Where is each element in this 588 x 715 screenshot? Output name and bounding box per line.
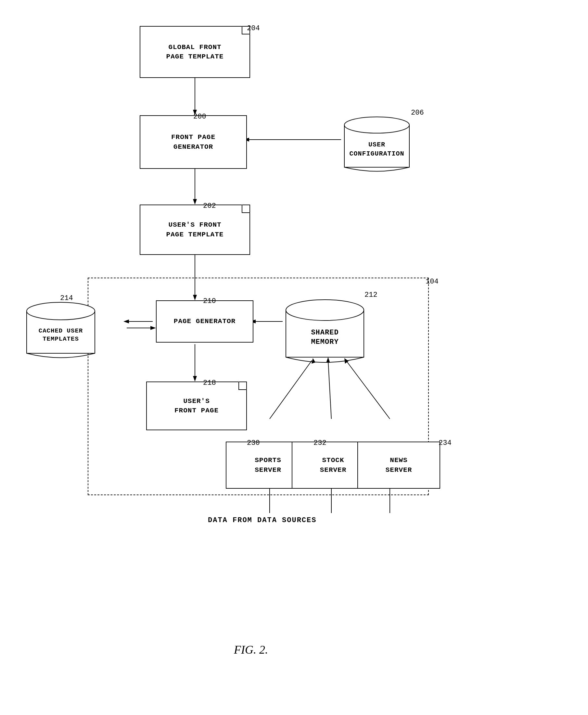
global-front-page-template-label: GLOBAL FRONTPAGE TEMPLATE bbox=[166, 43, 224, 62]
data-sources-label: DATA FROM DATA SOURCES bbox=[208, 516, 316, 524]
front-page-generator-label: FRONT PAGEGENERATOR bbox=[171, 132, 215, 152]
users-front-page-template-box: USER'S FRONTPAGE TEMPLATE bbox=[140, 204, 250, 255]
user-configuration-label: USERCONFIGURATION bbox=[349, 134, 404, 158]
user-configuration-cylinder: USERCONFIGURATION bbox=[341, 110, 413, 172]
news-server-box: NEWSSERVER bbox=[357, 441, 440, 489]
diagram: 104 GLOBAL FRONTPAGE TEMPLATE 204 FRONT … bbox=[0, 0, 588, 715]
ref-232: 232 bbox=[314, 439, 327, 447]
svg-point-31 bbox=[27, 302, 95, 320]
ref-206: 206 bbox=[411, 109, 424, 117]
ref-202: 202 bbox=[203, 202, 216, 210]
ref-204: 204 bbox=[247, 24, 260, 32]
stock-server-label: STOCKSERVER bbox=[320, 456, 346, 475]
figure-label: FIG. 2. bbox=[234, 643, 268, 656]
ref-234: 234 bbox=[439, 439, 451, 447]
page-generator-label: PAGE GENERATOR bbox=[174, 317, 235, 326]
ref-212: 212 bbox=[364, 291, 377, 299]
users-front-page-template-label: USER'S FRONTPAGE TEMPLATE bbox=[166, 220, 224, 239]
shared-memory-cylinder: SHAREDMEMORY bbox=[282, 292, 367, 365]
ref-214: 214 bbox=[60, 294, 73, 302]
svg-point-29 bbox=[344, 117, 409, 133]
cached-user-templates-cylinder: CACHED USERTEMPLATES bbox=[23, 296, 98, 359]
cached-user-templates-label: CACHED USERTEMPLATES bbox=[39, 321, 83, 343]
svg-point-33 bbox=[286, 300, 364, 321]
ref-210: 210 bbox=[203, 297, 216, 305]
front-page-generator-box: FRONT PAGEGENERATOR bbox=[140, 115, 247, 169]
users-front-page-box: USER'SFRONT PAGE bbox=[146, 382, 247, 430]
users-front-page-label: USER'SFRONT PAGE bbox=[174, 396, 218, 416]
news-server-label: NEWSSERVER bbox=[385, 456, 412, 475]
global-front-page-template-box: GLOBAL FRONTPAGE TEMPLATE bbox=[140, 26, 250, 78]
ref-230: 230 bbox=[247, 439, 260, 447]
ref-218: 218 bbox=[203, 379, 216, 387]
ref-200: 200 bbox=[193, 113, 206, 121]
ref-104: 104 bbox=[425, 278, 439, 286]
shared-memory-label: SHAREDMEMORY bbox=[311, 322, 338, 347]
svg-marker-5 bbox=[193, 199, 197, 204]
sports-server-label: SPORTSSERVER bbox=[255, 456, 281, 475]
page-generator-box: PAGE GENERATOR bbox=[156, 300, 253, 343]
